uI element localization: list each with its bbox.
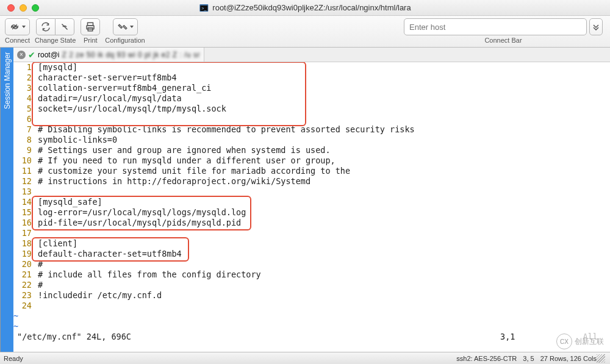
line-number-gutter: 123456789101112131415161718192021222324 xyxy=(13,62,34,352)
workspace: × ✔ root@i Z 2 ze 50 ik dq 93 wi 0 pl jk… xyxy=(13,48,610,352)
close-icon[interactable]: × xyxy=(17,51,26,59)
connect-label: Connect xyxy=(5,37,30,44)
window-title-wrap: >_ root@iZ2ze50ikdq93wi0pljke2Z:/usr/loc… xyxy=(199,3,411,13)
terminal-icon: >_ xyxy=(199,3,209,13)
host-more-button[interactable] xyxy=(589,18,603,35)
terminal-editor[interactable]: 123456789101112131415161718192021222324 … xyxy=(13,62,610,352)
chevron-down-icon xyxy=(130,26,134,28)
configuration-button[interactable] xyxy=(113,18,138,35)
close-window-button[interactable] xyxy=(7,4,15,12)
status-size: 27 Rows, 126 Cols xyxy=(540,355,597,362)
tab-label: root@i xyxy=(38,51,60,59)
watermark-logo-icon: CX xyxy=(556,334,572,349)
connect-bar-label: Connect Bar xyxy=(484,37,522,44)
status-pos: 3, 5 xyxy=(523,355,534,362)
connect-button[interactable] xyxy=(5,18,30,35)
tabstrip: × ✔ root@i Z 2 ze 50 ik dq 93 wi 0 pl jk… xyxy=(13,48,610,62)
disconnect-button[interactable] xyxy=(56,18,74,35)
change-state-label: Change State xyxy=(35,37,76,44)
status-ready: Ready xyxy=(0,355,23,362)
minimize-window-button[interactable] xyxy=(20,4,27,12)
configuration-label: Configuration xyxy=(105,37,145,44)
window-title-text: root@iZ2ze50ikdq93wi0pljke2Z:/usr/local/… xyxy=(212,3,411,12)
watermark: CX 创新互联 xyxy=(554,332,606,351)
watermark-text: 创新互联 xyxy=(575,337,604,347)
status-cipher: ssh2: AES-256-CTR xyxy=(456,355,517,362)
code-content: [mysqld]character-set-server=utf8mb4coll… xyxy=(34,62,610,342)
chevron-down-icon xyxy=(22,26,26,28)
toolbar: Connect Change State Print Configura xyxy=(0,16,610,48)
titlebar: >_ root@iZ2ze50ikdq93wi0pljke2Z:/usr/loc… xyxy=(0,0,610,16)
tab-label-obscured: Z 2 ze 50 ik dq 93 wi 0 pl jk e2 Z : /u … xyxy=(62,51,200,59)
main-area: Session Manager × ✔ root@i Z 2 ze 50 ik … xyxy=(0,48,610,352)
reconnect-button[interactable] xyxy=(36,18,56,35)
resize-grip-icon[interactable] xyxy=(597,354,605,363)
statusbar: Ready ssh2: AES-256-CTR 3, 5 27 Rows, 12… xyxy=(0,352,610,364)
zoom-window-button[interactable] xyxy=(32,4,39,12)
svg-text:>_: >_ xyxy=(201,6,206,11)
session-manager-tab[interactable]: Session Manager xyxy=(0,48,13,352)
check-icon: ✔ xyxy=(28,51,35,59)
print-button[interactable] xyxy=(81,18,100,35)
traffic-lights xyxy=(0,4,39,12)
host-input[interactable] xyxy=(404,18,587,35)
session-tab[interactable]: × ✔ root@i Z 2 ze 50 ik dq 93 wi 0 pl jk… xyxy=(13,48,204,62)
print-label: Print xyxy=(84,37,98,44)
